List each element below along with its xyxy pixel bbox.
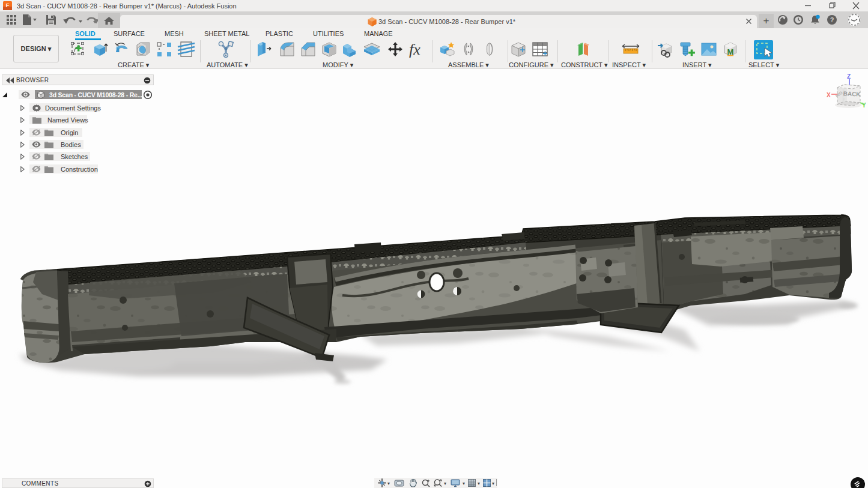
svg-text:BACK: BACK xyxy=(843,90,861,98)
svg-text:X: X xyxy=(827,92,831,98)
svg-text:Z: Z xyxy=(847,73,851,80)
svg-text:Y: Y xyxy=(862,102,866,109)
svg-text:F: F xyxy=(6,2,10,8)
svg-text:?: ? xyxy=(830,16,834,23)
